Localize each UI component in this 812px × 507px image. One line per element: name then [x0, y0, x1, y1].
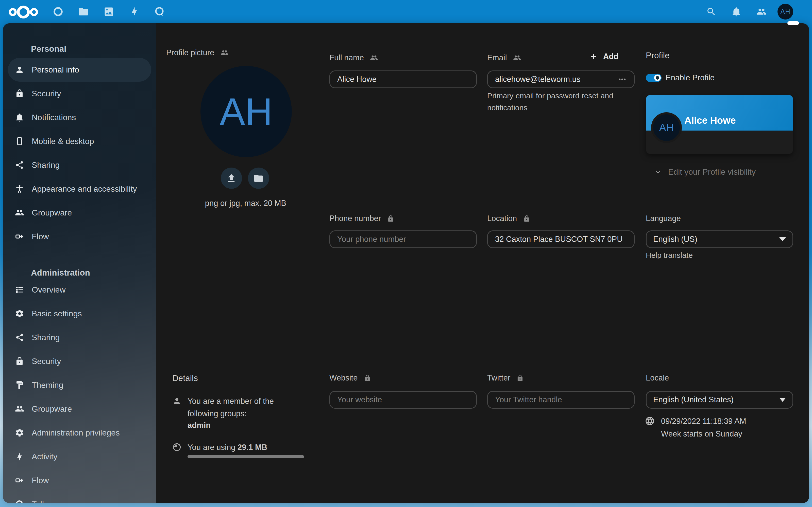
sidebar-item-admin-security[interactable]: Security — [8, 349, 151, 373]
nextcloud-logo-icon[interactable] — [8, 4, 39, 19]
cellphone-icon — [15, 136, 24, 146]
email-field — [487, 70, 635, 88]
sidebar-item-label: Flow — [32, 232, 49, 241]
sidebar-item-admin-groupware[interactable]: Groupware — [8, 397, 151, 421]
sidebar-heading-administration: Administration — [31, 267, 90, 278]
files-folder-icon[interactable] — [74, 3, 93, 21]
sidebar-item-talk[interactable]: Talk — [8, 492, 151, 503]
personal-info-panel: Profile picture AH png or jpg, max. 20 M… — [156, 23, 809, 503]
website-input[interactable] — [337, 395, 469, 405]
sidebar-item-notifications[interactable]: Notifications — [8, 105, 151, 129]
email-label: Email — [487, 53, 507, 62]
sidebar-item-admin-activity[interactable]: Activity — [8, 445, 151, 468]
avatar-hint: png or jpg, max. 20 MB — [195, 199, 296, 208]
sidebar-item-label: Administration privileges — [32, 428, 120, 438]
scope-contacts-icon[interactable] — [220, 49, 229, 57]
sidebar-item-security[interactable]: Security — [8, 81, 151, 105]
email-helper-text: Primary email for password reset and not… — [487, 90, 622, 114]
top-bar: AH — [0, 0, 812, 23]
twitter-field — [487, 391, 635, 409]
edit-profile-visibility-button[interactable]: Edit your Profile visibility — [653, 167, 756, 177]
folder-icon — [253, 173, 264, 183]
sidebar-item-admin-sharing[interactable]: Sharing — [8, 326, 151, 349]
app-content: Personal Personal info Security Notifica… — [3, 23, 809, 503]
flow-icon — [15, 232, 24, 241]
share-icon — [15, 161, 24, 170]
sidebar-item-groupware[interactable]: Groupware — [8, 201, 151, 225]
sidebar-item-overview[interactable]: Overview — [8, 278, 151, 302]
scope-contacts-icon[interactable] — [370, 54, 378, 62]
add-email-button[interactable]: Add — [588, 52, 620, 61]
sidebar-item-theming[interactable]: Theming — [8, 373, 151, 397]
header-right: AH — [702, 3, 793, 21]
language-label: Language — [646, 214, 681, 223]
notifications-bell-icon[interactable] — [727, 3, 746, 21]
sidebar-item-basic-settings[interactable]: Basic settings — [8, 302, 151, 326]
quota-icon — [172, 443, 182, 452]
locale-label-row: Locale — [646, 373, 669, 383]
settings-sidebar: Personal Personal info Security Notifica… — [3, 23, 156, 503]
lightning-icon — [15, 452, 24, 461]
upload-avatar-button[interactable] — [221, 168, 242, 189]
help-translate-link[interactable]: Help translate — [646, 251, 693, 260]
lock-icon — [15, 89, 24, 98]
sidebar-item-mobile-desktop[interactable]: Mobile & desktop — [8, 129, 151, 153]
sidebar-item-appearance-accessibility[interactable]: Appearance and accessibility — [8, 177, 151, 201]
contacts-icon[interactable] — [752, 3, 771, 21]
profile-avatar: AH — [200, 66, 292, 157]
search-icon[interactable] — [702, 3, 720, 21]
sidebar-item-personal-info[interactable]: Personal info — [8, 58, 151, 81]
enable-profile-toggle[interactable] — [646, 74, 662, 82]
lock-icon — [15, 357, 24, 366]
talk-bubble-icon[interactable] — [150, 3, 169, 21]
sidebar-item-flow[interactable]: Flow — [8, 225, 151, 248]
email-more-options-icon[interactable] — [617, 74, 627, 84]
quota-progress-bar — [188, 455, 304, 458]
flow-icon — [15, 476, 24, 485]
profile-card-avatar: AH — [651, 112, 682, 143]
scope-lock-icon[interactable] — [364, 375, 371, 382]
phone-input[interactable] — [337, 234, 469, 244]
scope-contacts-icon[interactable] — [513, 54, 521, 62]
full-name-label-row: Full name — [329, 53, 378, 63]
location-label: Location — [487, 214, 517, 223]
email-input[interactable] — [495, 74, 617, 84]
phone-label: Phone number — [329, 214, 381, 223]
paint-roller-icon — [15, 381, 24, 390]
scope-lock-icon[interactable] — [516, 375, 524, 382]
locale-value: English (United States) — [653, 395, 779, 404]
scope-lock-icon[interactable] — [387, 215, 394, 222]
location-input[interactable] — [495, 234, 627, 244]
sidebar-item-admin-flow[interactable]: Flow — [8, 468, 151, 492]
sidebar-item-sharing[interactable]: Sharing — [8, 153, 151, 177]
quota-text: You are using 29.1 MB — [188, 441, 267, 453]
language-select[interactable]: English (US) — [646, 230, 793, 248]
scope-lock-icon[interactable] — [523, 215, 530, 222]
list-icon — [15, 285, 24, 294]
group-name: admin — [188, 421, 211, 430]
twitter-input[interactable] — [495, 395, 627, 405]
email-label-row: Email — [487, 53, 521, 63]
sidebar-item-administration-privileges[interactable]: Administration privileges — [8, 421, 151, 445]
profile-heading: Profile — [646, 51, 670, 60]
bell-icon — [15, 113, 24, 122]
locale-datetime: 09/29/2022 11:18:39 AM — [661, 417, 746, 426]
sidebar-item-label: Overview — [32, 285, 65, 294]
language-label-row: Language — [646, 214, 681, 224]
activity-lightning-icon[interactable] — [125, 3, 143, 21]
location-field — [487, 230, 635, 248]
website-field — [329, 391, 477, 409]
upload-icon — [226, 173, 237, 183]
user-avatar[interactable]: AH — [777, 4, 793, 19]
enable-profile-label: Enable Profile — [666, 73, 715, 82]
dashboard-icon[interactable] — [49, 3, 67, 21]
full-name-input[interactable] — [337, 74, 469, 84]
groups-info-row: You are a member of the following groups… — [172, 395, 284, 420]
sidebar-item-label: Sharing — [32, 333, 60, 342]
edit-profile-visibility-label: Edit your Profile visibility — [668, 167, 756, 177]
plus-icon — [589, 52, 598, 61]
locale-select[interactable]: English (United States) — [646, 391, 793, 409]
choose-from-files-button[interactable] — [248, 168, 269, 189]
photos-icon[interactable] — [100, 3, 118, 21]
locale-label: Locale — [646, 374, 669, 383]
